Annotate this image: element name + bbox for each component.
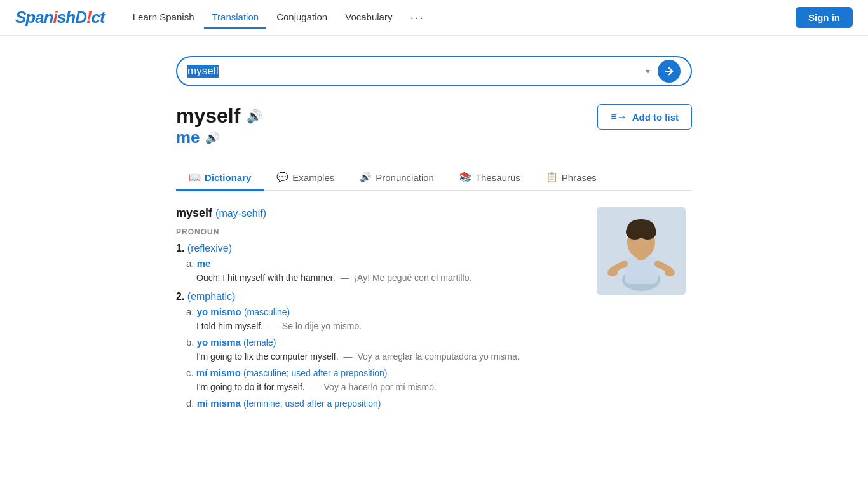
dash-2b: — xyxy=(344,351,355,362)
sense-2c-trans: mí mismo xyxy=(196,367,241,378)
sense-2b-letter: b. xyxy=(186,337,194,348)
pronunciation-tab-icon: 🔊 xyxy=(360,172,372,183)
definition-image xyxy=(597,207,686,295)
sense-2-number: 2. xyxy=(176,291,184,302)
examples-tab-icon: 💬 xyxy=(276,172,288,183)
sense-2b-example-es: Voy a arreglar la computadora yo misma. xyxy=(357,351,519,362)
dictionary-content: myself (may-sehlf) PRONOUN 1. (reflexive… xyxy=(176,207,692,412)
add-to-list-label: Add to list xyxy=(632,112,679,123)
definitions-area: myself (may-sehlf) PRONOUN 1. (reflexive… xyxy=(176,207,581,412)
tab-examples-label: Examples xyxy=(292,172,334,183)
tab-phrases[interactable]: 📋 Phrases xyxy=(533,165,609,191)
search-bar: ▾ xyxy=(176,56,692,86)
tab-dictionary[interactable]: 📖 Dictionary xyxy=(176,165,264,191)
tab-thesaurus-label: Thesaurus xyxy=(475,172,520,183)
sense-2c-example: I'm going to do it for myself. — Voy a h… xyxy=(196,381,581,394)
nav-conjugation[interactable]: Conjugation xyxy=(269,6,335,29)
sense-2-subsense-c: c. mí mismo (masculine; used after a pre… xyxy=(186,367,581,394)
phrases-tab-icon: 📋 xyxy=(546,172,558,183)
sense-2b-label: b. yo misma (female) xyxy=(186,337,581,348)
sense-1a-trans: me xyxy=(197,258,211,269)
pos-label: PRONOUN xyxy=(176,227,581,236)
word-pronunciation: myself (may-sehlf) xyxy=(176,207,581,220)
sense-1-qualifier: (reflexive) xyxy=(187,243,232,254)
dash-1a: — xyxy=(341,273,352,283)
svg-point-8 xyxy=(639,224,656,240)
tab-pronunciation[interactable]: 🔊 Pronunciation xyxy=(347,165,447,191)
sign-in-button[interactable]: Sign in xyxy=(796,7,853,28)
audio-icon-word[interactable]: 🔊 xyxy=(247,109,262,124)
svg-rect-3 xyxy=(625,257,658,284)
sense-2a-qualifier: (masculine) xyxy=(244,307,290,317)
sense-1a-example: Ouch! I hit myself with the hammer. — ¡A… xyxy=(196,271,581,285)
thesaurus-tab-icon: 📚 xyxy=(459,172,471,183)
sense-2c-label: c. mí mismo (masculine; used after a pre… xyxy=(186,367,581,378)
tabs: 📖 Dictionary 💬 Examples 🔊 Pronunciation … xyxy=(176,165,692,191)
svg-point-11 xyxy=(607,269,618,276)
sense-2a-example-en: I told him myself. xyxy=(196,321,263,331)
sense-2c-example-es: Voy a hacerlo por mí mismo. xyxy=(324,382,437,392)
sense-2d-qualifier: (feminine; used after a preposition) xyxy=(243,398,381,409)
sense-2-qualifier: (emphatic) xyxy=(187,291,236,302)
sense-1a-example-en: Ouch! I hit myself with the hammer. xyxy=(196,273,336,283)
sense-2c-qualifier: (masculine; used after a preposition) xyxy=(243,368,387,378)
word-title: myself 🔊 xyxy=(176,104,262,128)
tab-examples[interactable]: 💬 Examples xyxy=(264,165,347,191)
tab-thesaurus[interactable]: 📚 Thesaurus xyxy=(447,165,533,191)
search-button[interactable] xyxy=(658,60,681,83)
word-header: myself 🔊 me 🔊 ≡→ Add to list xyxy=(176,104,692,160)
sense-2d-trans: mí misma xyxy=(197,398,241,409)
sense-2a-letter: a. xyxy=(186,306,194,317)
tab-phrases-label: Phrases xyxy=(562,172,597,183)
audio-icon-translation[interactable]: 🔊 xyxy=(205,131,219,145)
add-to-list-button[interactable]: ≡→ Add to list xyxy=(597,104,692,130)
translated-word: me xyxy=(176,128,200,147)
sense-2b-example-en: I'm going to fix the computer myself. xyxy=(196,351,339,362)
sense-1a-example-es: ¡Ay! Me pegué con el martillo. xyxy=(354,273,471,283)
sense-1a-letter: a. xyxy=(186,258,194,269)
sense-2d-label: d. mí misma (feminine; used after a prep… xyxy=(186,398,581,409)
person-illustration xyxy=(597,207,686,295)
arrow-right-icon xyxy=(663,65,675,77)
sense-2: 2. (emphatic) xyxy=(176,291,581,302)
sense-1-subsense-a: a. me Ouch! I hit myself with the hammer… xyxy=(186,258,581,285)
logo[interactable]: SpanishD!ct xyxy=(15,8,105,27)
sense-2a-example: I told him myself. — Se lo dije yo mismo… xyxy=(196,320,581,333)
sense-2a-example-es: Se lo dije yo mismo. xyxy=(282,321,362,331)
search-input[interactable] xyxy=(187,65,646,78)
sense-2c-letter: c. xyxy=(186,367,194,378)
nav-learn-spanish[interactable]: Learn Spanish xyxy=(125,6,202,29)
list-icon: ≡→ xyxy=(611,111,627,123)
navbar: SpanishD!ct Learn Spanish Translation Co… xyxy=(0,0,868,36)
sense-2c-example-en: I'm going to do it for myself. xyxy=(196,382,305,392)
dash-2a: — xyxy=(268,321,280,331)
word-pronunciation-text: myself xyxy=(176,207,212,219)
dash-2c: — xyxy=(310,382,322,392)
phonetic-text: (may-sehlf) xyxy=(215,208,266,219)
chevron-down-icon[interactable]: ▾ xyxy=(646,66,650,76)
dictionary-tab-icon: 📖 xyxy=(189,172,201,183)
sense-2a-trans: yo mismo xyxy=(197,306,241,317)
sense-1a-label: a. me xyxy=(186,258,581,269)
tab-pronunciation-label: Pronunciation xyxy=(376,172,434,183)
sense-1-number: 1. xyxy=(176,243,184,254)
sense-1: 1. (reflexive) xyxy=(176,243,581,254)
word-text: myself xyxy=(176,104,240,128)
word-title-area: myself 🔊 me 🔊 xyxy=(176,104,262,160)
sense-2b-example: I'm going to fix the computer myself. — … xyxy=(196,350,581,363)
sense-2b-trans: yo misma xyxy=(197,337,241,348)
sense-2d-letter: d. xyxy=(186,398,194,409)
sense-2-subsense-a: a. yo mismo (masculine) I told him mysel… xyxy=(186,306,581,333)
main-content: ▾ myself 🔊 me 🔊 ≡→ Add to list 📖 xyxy=(161,36,707,433)
sense-2-subsense-b: b. yo misma (female) I'm going to fix th… xyxy=(186,337,581,363)
svg-point-12 xyxy=(665,269,675,276)
sense-2-subsense-d: d. mí misma (feminine; used after a prep… xyxy=(186,398,581,409)
nav-translation[interactable]: Translation xyxy=(204,6,266,29)
nav-more-icon[interactable]: ··· xyxy=(402,5,432,30)
sense-2a-label: a. yo mismo (masculine) xyxy=(186,306,581,317)
nav-links: Learn Spanish Translation Conjugation Vo… xyxy=(125,5,796,30)
sense-2b-qualifier: (female) xyxy=(243,337,276,348)
image-area xyxy=(597,207,692,412)
translation-text: me 🔊 xyxy=(176,128,262,147)
nav-vocabulary[interactable]: Vocabulary xyxy=(337,6,400,29)
